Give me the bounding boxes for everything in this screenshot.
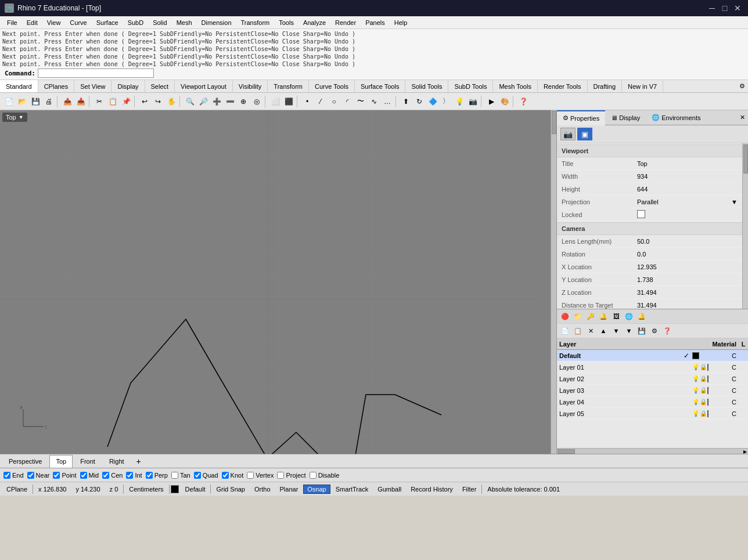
osnap-mid[interactable]: Mid: [80, 472, 99, 479]
layers-hscroll-thumb[interactable]: [558, 449, 575, 454]
osnap-quad-checkbox[interactable]: [194, 472, 201, 479]
layers-up-button[interactable]: ▲: [598, 325, 609, 337]
osnap-cen-checkbox[interactable]: [102, 472, 109, 479]
display-mode-tab-button[interactable]: ▣: [577, 128, 592, 140]
menu-subd[interactable]: SubD: [123, 16, 149, 29]
osnap-perp-checkbox[interactable]: [146, 472, 153, 479]
viewport-dropdown-arrow[interactable]: ▼: [19, 114, 24, 120]
layers-folder-button[interactable]: 📁: [572, 310, 584, 322]
osnap-button[interactable]: Osnap: [303, 485, 330, 494]
toolbar-tab-solid-tools[interactable]: Solid Tools: [405, 80, 448, 93]
panel-close-button[interactable]: ✕: [736, 112, 748, 124]
toolbar-tab-standard[interactable]: Standard: [0, 80, 38, 93]
export-button[interactable]: 📤: [61, 95, 74, 108]
new-button[interactable]: 📄: [2, 95, 15, 108]
paste-button[interactable]: 📌: [120, 95, 132, 108]
front-tab[interactable]: Front: [74, 455, 102, 468]
ortho-button[interactable]: Ortho: [250, 485, 275, 494]
add-viewport-button[interactable]: +: [133, 456, 145, 467]
close-button[interactable]: ✕: [732, 2, 743, 14]
properties-vscroll[interactable]: [742, 143, 748, 309]
layers-globe-button[interactable]: 🌐: [623, 310, 635, 322]
help-button[interactable]: ❓: [517, 95, 530, 108]
zoom-extent-button[interactable]: 🔍: [184, 95, 196, 108]
toolbar-tab-curve-tools[interactable]: Curve Tools: [309, 80, 355, 93]
layers-help-button[interactable]: ❓: [661, 325, 673, 337]
render-button[interactable]: ▶: [485, 95, 498, 108]
extrude-button[interactable]: ⬆: [400, 95, 412, 108]
planar-button[interactable]: Planar: [276, 485, 303, 494]
toolbar-tab-set-view[interactable]: Set View: [74, 80, 112, 93]
projection-dropdown[interactable]: ▼: [731, 198, 738, 205]
layers-add-button[interactable]: 📄: [559, 325, 571, 337]
zoom-selected-button[interactable]: ⊕: [237, 95, 250, 108]
rendered-button[interactable]: ⬛: [282, 95, 295, 108]
osnap-cen[interactable]: Cen: [102, 472, 123, 479]
save-button[interactable]: 💾: [29, 95, 42, 108]
osnap-int-checkbox[interactable]: [126, 472, 133, 479]
sweep-button[interactable]: 〉: [440, 95, 452, 108]
toolbar-tab-new-in-v7[interactable]: New in V7: [622, 80, 663, 93]
loft-button[interactable]: 🔷: [426, 95, 439, 108]
zoom-out-button[interactable]: ➖: [224, 95, 236, 108]
viewport-vscroll[interactable]: [551, 110, 556, 454]
osnap-mid-checkbox[interactable]: [80, 472, 87, 479]
layer-02-bulb[interactable]: 💡: [692, 375, 699, 382]
freeform-button[interactable]: ∿: [368, 95, 380, 108]
properties-tab[interactable]: ⚙ Properties: [557, 110, 605, 125]
unit-system[interactable]: Centimeters: [125, 485, 167, 494]
circle-button[interactable]: ○: [328, 95, 340, 108]
command-input[interactable]: [38, 68, 154, 78]
toolbar-tab-transform[interactable]: Transform: [268, 80, 309, 93]
toolbar-tab-select[interactable]: Select: [145, 80, 175, 93]
menu-transform[interactable]: Transform: [236, 16, 275, 29]
current-layer[interactable]: Default: [181, 485, 210, 494]
point-button[interactable]: •: [301, 95, 314, 108]
maximize-button[interactable]: □: [719, 2, 731, 14]
layer-05-bulb[interactable]: 💡: [692, 410, 699, 417]
layers-hscroll[interactable]: ▶: [557, 448, 748, 454]
osnap-end-checkbox[interactable]: [3, 472, 10, 479]
layers-new-button[interactable]: 🔴: [559, 310, 571, 322]
properties-vscroll-thumb[interactable]: [743, 144, 748, 174]
menu-file[interactable]: File: [2, 16, 22, 29]
menu-render[interactable]: Render: [330, 16, 361, 29]
wireframe-button[interactable]: ⬜: [269, 95, 282, 108]
camera-tab-button[interactable]: 📷: [560, 128, 576, 140]
display-tab[interactable]: 🖥 Display: [605, 110, 646, 125]
osnap-vertex-checkbox[interactable]: [247, 472, 254, 479]
grid-snap-button[interactable]: Grid Snap: [212, 485, 249, 494]
osnap-near-checkbox[interactable]: [27, 472, 34, 479]
layers-filter-button[interactable]: ▼: [623, 325, 635, 337]
camera-button[interactable]: 📷: [466, 95, 479, 108]
layers-notify-button[interactable]: 🔔: [598, 310, 609, 322]
layers-hscroll-track[interactable]: [576, 449, 742, 454]
import-button[interactable]: 📥: [74, 95, 87, 108]
menu-mesh[interactable]: Mesh: [172, 16, 197, 29]
osnap-tan[interactable]: Tan: [171, 472, 190, 479]
minimize-button[interactable]: ─: [706, 2, 718, 14]
menu-help[interactable]: Help: [390, 16, 412, 29]
menu-dimension[interactable]: Dimension: [197, 16, 236, 29]
osnap-knot[interactable]: Knot: [222, 472, 244, 479]
locked-checkbox[interactable]: [637, 210, 645, 218]
properties-panel-scroll[interactable]: Viewport Title Top Width 934 Height 644 …: [557, 143, 742, 309]
material-button[interactable]: 🎨: [498, 95, 511, 108]
layers-image-button[interactable]: 🖼: [610, 310, 622, 322]
menu-curve[interactable]: Curve: [65, 16, 91, 29]
menu-analyze[interactable]: Analyze: [299, 16, 330, 29]
toolbar-tab-visibility[interactable]: Visibility: [233, 80, 268, 93]
layer-row-04[interactable]: Layer 04 💡 🔒 C: [557, 396, 748, 408]
layers-bell-button[interactable]: 🔔: [636, 310, 648, 322]
osnap-disable[interactable]: Disable: [310, 472, 340, 479]
viewport-canvas[interactable]: [0, 110, 537, 454]
osnap-end[interactable]: End: [3, 472, 24, 479]
layer-row-05[interactable]: Layer 05 💡 🔒 C: [557, 408, 748, 420]
top-tab[interactable]: Top: [49, 455, 73, 468]
perspective-tab[interactable]: Perspective: [2, 455, 48, 468]
layer-04-bulb[interactable]: 💡: [692, 399, 699, 405]
copy-button[interactable]: 📋: [106, 95, 119, 108]
zoom-in-button[interactable]: ➕: [210, 95, 223, 108]
revolve-button[interactable]: ↻: [413, 95, 426, 108]
osnap-quad[interactable]: Quad: [194, 472, 218, 479]
